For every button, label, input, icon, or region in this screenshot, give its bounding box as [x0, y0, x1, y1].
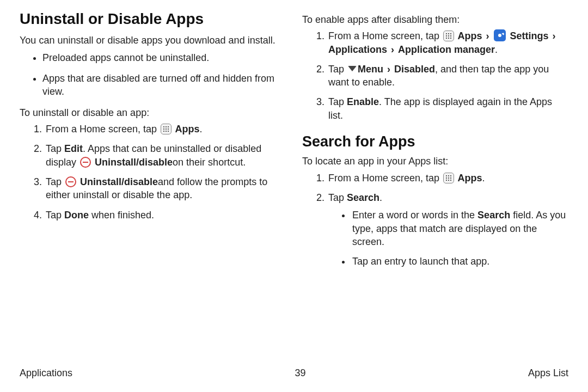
- chevron-right-icon: ›: [391, 43, 394, 56]
- enable-label: Enable: [347, 96, 379, 107]
- bullet-item: Apps that are disabled are turned off an…: [42, 72, 286, 99]
- uninstall-label: Uninstall/disable: [77, 176, 158, 187]
- menu-dropdown-icon: [348, 66, 357, 71]
- step-text: Tap: [46, 143, 64, 154]
- footer-page-number: 39: [295, 367, 305, 379]
- search-field-label: Search: [477, 210, 510, 220]
- search-label: Search: [347, 192, 379, 203]
- apps-label: Apps: [173, 124, 199, 134]
- page-footer: Applications 39 Apps List: [20, 367, 568, 379]
- steps-enable: From a Home screen, tap Apps › Settings …: [302, 29, 568, 122]
- intro-text: You can uninstall or disable apps you do…: [20, 34, 286, 47]
- step-text: Tap: [328, 192, 347, 203]
- bullet-text: Enter a word or words in the: [352, 210, 477, 220]
- step-text: .: [199, 124, 202, 134]
- footer-left: Applications: [20, 367, 72, 379]
- bullet-item: Enter a word or words in the Search fiel…: [351, 209, 568, 248]
- step-text: From a Home screen, tap: [46, 124, 160, 134]
- menu-label: Menu: [358, 64, 386, 75]
- uninstall-icon: [80, 157, 91, 168]
- step-text: .: [495, 44, 498, 55]
- step-text: on their shortcut.: [173, 157, 246, 168]
- apps-icon: [443, 30, 454, 41]
- step-text: From a Home screen, tap: [328, 30, 442, 41]
- apps-label: Apps: [455, 173, 482, 183]
- step-item: Tap Enable. The app is displayed again i…: [327, 95, 568, 122]
- step-text: when finished.: [89, 210, 154, 220]
- done-label: Done: [64, 210, 89, 220]
- step-item: Tap Search. Enter a word or words in the…: [327, 191, 568, 268]
- bullet-list: Preloaded apps cannot be uninstalled. Ap…: [20, 51, 286, 99]
- step-text: Tap: [46, 210, 64, 220]
- steps-uninstall: From a Home screen, tap Apps. Tap Edit. …: [20, 122, 286, 222]
- uninstall-label: Uninstall/disable: [92, 157, 173, 168]
- step-text: .: [482, 173, 485, 183]
- step-text: .: [379, 192, 382, 203]
- applications-label: Applications: [328, 44, 387, 55]
- right-column: To enable apps after disabling them: Fro…: [302, 10, 568, 276]
- step-item: From a Home screen, tap Apps › Settings …: [327, 29, 568, 56]
- left-column: Uninstall or Disable Apps You can uninst…: [20, 10, 286, 276]
- apps-icon: [161, 124, 171, 134]
- footer-right: Apps List: [528, 367, 568, 379]
- heading-search: Search for Apps: [302, 133, 568, 150]
- search-sub-bullets: Enter a word or words in the Search fiel…: [328, 209, 568, 268]
- step-item: From a Home screen, tap Apps.: [45, 122, 286, 136]
- apps-label: Apps: [455, 30, 482, 41]
- step-item: Tap Edit. Apps that can be uninstalled o…: [45, 142, 286, 169]
- step-text: Tap: [328, 96, 347, 107]
- steps-search: From a Home screen, tap Apps. Tap Search…: [302, 171, 568, 268]
- edit-label: Edit: [64, 143, 83, 154]
- document-page: Uninstall or Disable Apps You can uninst…: [0, 0, 588, 392]
- enable-head: To enable apps after disabling them:: [302, 13, 568, 26]
- uninstall-icon: [65, 176, 76, 187]
- settings-label: Settings: [507, 30, 548, 41]
- search-intro: To locate an app in your Apps list:: [302, 155, 568, 168]
- app-manager-label: Application manager: [398, 44, 495, 55]
- apps-icon: [443, 173, 454, 183]
- settings-icon: [494, 29, 506, 41]
- chevron-right-icon: ›: [486, 29, 489, 42]
- bullet-item: Tap an entry to launch that app.: [351, 255, 568, 268]
- step-text: Tap: [328, 64, 347, 75]
- step-text: Tap: [46, 176, 64, 187]
- step-item: Tap Done when finished.: [45, 209, 286, 222]
- step-item: Tap Uninstall/disableand follow the prom…: [45, 175, 286, 202]
- disabled-label: Disabled: [391, 64, 435, 75]
- step-text: From a Home screen, tap: [328, 173, 442, 183]
- chevron-right-icon: ›: [552, 29, 555, 42]
- step-item: Tap Menu › Disabled, and then tap the ap…: [327, 63, 568, 89]
- bullet-item: Preloaded apps cannot be uninstalled.: [42, 51, 286, 64]
- heading-uninstall: Uninstall or Disable Apps: [20, 10, 286, 28]
- subhead-uninstall: To uninstall or disable an app:: [20, 106, 286, 119]
- chevron-right-icon: ›: [387, 63, 390, 76]
- two-column-layout: Uninstall or Disable Apps You can uninst…: [20, 10, 568, 276]
- step-item: From a Home screen, tap Apps.: [327, 171, 568, 185]
